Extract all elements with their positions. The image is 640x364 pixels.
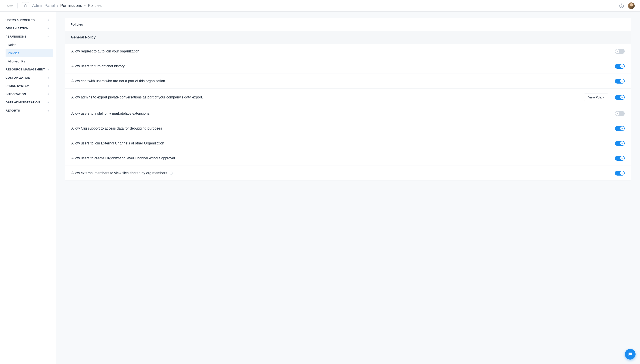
row-controls	[615, 126, 625, 131]
home-icon	[24, 4, 28, 8]
check-icon	[620, 126, 624, 130]
policy-toggle[interactable]	[615, 156, 625, 161]
policy-label-text: Allow users to install only marketplace …	[71, 112, 150, 116]
home-button[interactable]	[22, 2, 29, 9]
policy-row: Allow request to auto join your organiza…	[65, 44, 631, 59]
plus-icon	[47, 84, 50, 88]
policy-label-text: Allow request to auto join your organiza…	[71, 49, 139, 53]
plus-icon	[47, 19, 50, 22]
sidebar-section-resource-management[interactable]: RESOURCE MANAGEMENT	[0, 65, 53, 74]
breadcrumb-mid[interactable]: Permissions	[60, 3, 82, 8]
policy-label: Allow users to join External Channels of…	[71, 141, 615, 145]
policy-toggle[interactable]	[615, 111, 625, 116]
sidebar-section-reports[interactable]: REPORTS	[0, 106, 53, 115]
sidebar-section-label: USERS & PROFILES	[6, 18, 35, 22]
policy-row: Allow users to turn off chat history	[65, 59, 631, 74]
policy-toggle[interactable]	[615, 95, 625, 100]
row-controls	[615, 64, 625, 69]
card-title: Policies	[70, 22, 626, 26]
plus-icon	[47, 76, 50, 79]
sidebar-item-policies[interactable]: Policies	[6, 49, 53, 57]
policy-toggle[interactable]	[615, 141, 625, 146]
svg-point-26	[629, 354, 630, 354]
plus-icon	[47, 93, 50, 96]
close-icon	[615, 112, 619, 116]
svg-point-1	[621, 7, 622, 7]
sidebar-item-allowed-ips[interactable]: Allowed IPs	[6, 57, 53, 65]
sidebar: USERS & PROFILESORGANIZATIONPERMISSIONSR…	[0, 12, 56, 364]
policy-toggle[interactable]	[615, 126, 625, 131]
check-icon	[620, 79, 624, 83]
view-policy-button[interactable]: View Policy	[584, 94, 608, 101]
check-icon	[620, 156, 624, 160]
sidebar-section-phone-system[interactable]: PHONE SYSTEM	[0, 82, 53, 90]
sidebar-section-label: PHONE SYSTEM	[6, 84, 29, 88]
row-controls	[615, 156, 625, 161]
sidebar-section-users-profiles[interactable]: USERS & PROFILES	[0, 16, 53, 24]
plus-icon	[47, 101, 50, 104]
policies-card: Policies General Policy Allow request to…	[65, 18, 631, 181]
breadcrumb: Admin Panel › Permissions - Policies	[32, 3, 102, 8]
policy-toggle[interactable]	[615, 64, 625, 69]
sidebar-section-label: INTEGRATION	[6, 92, 26, 96]
check-icon	[620, 141, 624, 145]
check-icon	[620, 171, 624, 175]
sidebar-section-data-administration[interactable]: DATA ADMINISTRATION	[0, 98, 53, 106]
row-controls	[615, 79, 625, 84]
card-header: Policies	[65, 18, 631, 31]
policy-label-text: Allow external members to view files sha…	[71, 171, 167, 175]
breadcrumb-dash: -	[84, 3, 86, 8]
header: Zylker Admin Panel › Permissions - Polic…	[0, 0, 640, 12]
policy-toggle[interactable]	[615, 171, 625, 176]
avatar[interactable]	[628, 2, 635, 9]
svg-point-28	[631, 354, 631, 354]
app-logo: Zylker	[7, 3, 18, 8]
policy-label-text: Allow users to create Organization level…	[71, 156, 175, 160]
chat-icon	[628, 352, 633, 357]
policy-label: Allow users to install only marketplace …	[71, 112, 615, 116]
policy-label: Allow Cliq support to access data for de…	[71, 126, 615, 130]
help-button[interactable]	[619, 3, 624, 8]
sidebar-section-organization[interactable]: ORGANIZATION	[0, 24, 53, 32]
policy-label: Allow users to create Organization level…	[71, 156, 615, 160]
check-icon	[620, 95, 624, 99]
chevron-right-icon: ›	[57, 4, 58, 8]
row-controls	[615, 141, 625, 146]
sidebar-section-label: DATA ADMINISTRATION	[6, 101, 40, 104]
sidebar-section-label: CUSTOMIZATION	[6, 76, 30, 79]
policy-label: Allow admins to export private conversat…	[71, 95, 584, 99]
sidebar-section-customization[interactable]: CUSTOMIZATION	[0, 74, 53, 82]
policy-row: Allow external members to view files sha…	[65, 166, 631, 181]
sidebar-section-label: PERMISSIONS	[6, 35, 26, 38]
help-icon	[619, 3, 624, 8]
breadcrumb-root[interactable]: Admin Panel	[32, 3, 55, 8]
policy-label: Allow request to auto join your organiza…	[71, 49, 615, 53]
policy-label-text: Allow users to join External Channels of…	[71, 141, 164, 145]
section-header: General Policy	[65, 31, 631, 44]
sidebar-section-integration[interactable]: INTEGRATION	[0, 90, 53, 98]
breadcrumb-leaf: Policies	[88, 3, 102, 8]
policy-toggle[interactable]	[615, 49, 625, 54]
sidebar-section-label: REPORTS	[6, 109, 20, 112]
sidebar-section-label: ORGANIZATION	[6, 27, 28, 30]
sidebar-section-label: RESOURCE MANAGEMENT	[6, 68, 45, 71]
policy-toggle[interactable]	[615, 79, 625, 84]
info-icon[interactable]	[169, 171, 173, 175]
policy-label-text: Allow admins to export private conversat…	[71, 95, 203, 99]
check-icon	[620, 64, 624, 68]
svg-point-27	[630, 354, 630, 354]
logo-text: Zylker	[7, 5, 13, 7]
plus-icon	[47, 27, 50, 30]
section-title: General Policy	[71, 35, 625, 39]
sidebar-item-roles[interactable]: Roles	[6, 41, 53, 49]
policy-label: Allow chat with users who are not a part…	[71, 79, 615, 83]
plus-icon	[47, 109, 50, 112]
chat-fab[interactable]	[625, 349, 636, 360]
row-controls: View Policy	[584, 94, 625, 101]
policy-row: Allow Cliq support to access data for de…	[65, 121, 631, 136]
policy-row: Allow users to join External Channels of…	[65, 136, 631, 151]
sidebar-section-permissions[interactable]: PERMISSIONS	[0, 32, 53, 41]
policy-label-text: Allow chat with users who are not a part…	[71, 79, 165, 83]
svg-point-25	[171, 172, 171, 173]
policy-row: Allow users to install only marketplace …	[65, 106, 631, 121]
